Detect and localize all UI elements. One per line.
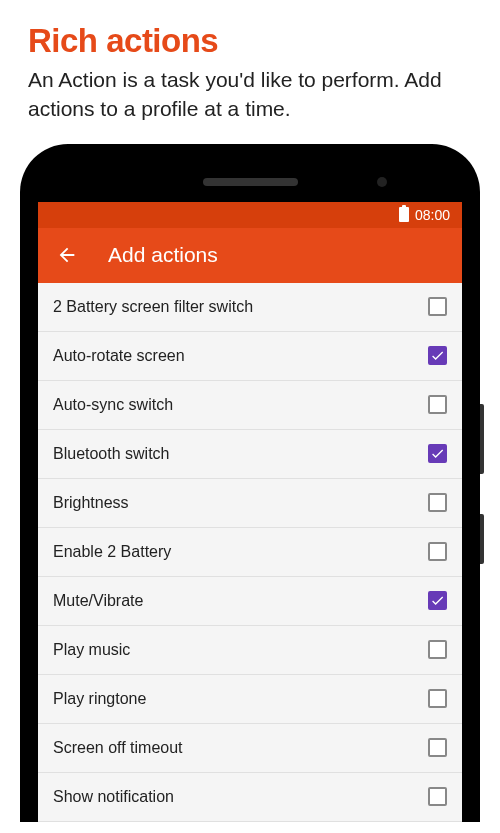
checkmark-icon <box>430 348 445 363</box>
list-item[interactable]: Screen off timeout <box>38 724 462 773</box>
battery-icon <box>399 207 409 222</box>
list-item-label: Play ringtone <box>53 690 146 708</box>
phone-frame: 08:00 Add actions 2 Battery screen filte… <box>20 144 480 822</box>
app-bar-title: Add actions <box>108 243 218 267</box>
app-bar: Add actions <box>38 228 462 283</box>
list-item-label: Enable 2 Battery <box>53 543 171 561</box>
list-item[interactable]: Enable 2 Battery <box>38 528 462 577</box>
phone-camera <box>377 177 387 187</box>
list-item-label: 2 Battery screen filter switch <box>53 298 253 316</box>
list-item[interactable]: Show notification <box>38 773 462 822</box>
checkmark-icon <box>430 593 445 608</box>
list-item-label: Brightness <box>53 494 129 512</box>
back-arrow-icon <box>56 244 78 266</box>
checkbox[interactable] <box>428 689 447 708</box>
checkbox[interactable] <box>428 542 447 561</box>
phone-speaker <box>203 178 298 186</box>
back-button[interactable] <box>56 244 78 266</box>
page-header: Rich actions An Action is a task you'd l… <box>0 0 500 134</box>
list-item-label: Auto-sync switch <box>53 396 173 414</box>
checkbox[interactable] <box>428 444 447 463</box>
checkbox[interactable] <box>428 297 447 316</box>
checkbox[interactable] <box>428 395 447 414</box>
checkmark-icon <box>430 446 445 461</box>
checkbox[interactable] <box>428 591 447 610</box>
list-item[interactable]: 2 Battery screen filter switch <box>38 283 462 332</box>
phone-side-button <box>480 404 484 474</box>
checkbox[interactable] <box>428 738 447 757</box>
page-title: Rich actions <box>28 22 472 60</box>
list-item[interactable]: Brightness <box>38 479 462 528</box>
checkbox[interactable] <box>428 346 447 365</box>
list-item-label: Show notification <box>53 788 174 806</box>
phone-top <box>38 162 462 202</box>
phone-screen: 08:00 Add actions 2 Battery screen filte… <box>38 202 462 822</box>
checkbox[interactable] <box>428 493 447 512</box>
list-item-label: Mute/Vibrate <box>53 592 143 610</box>
list-item-label: Screen off timeout <box>53 739 183 757</box>
list-item[interactable]: Bluetooth switch <box>38 430 462 479</box>
list-item[interactable]: Play ringtone <box>38 675 462 724</box>
list-item[interactable]: Mute/Vibrate <box>38 577 462 626</box>
list-item[interactable]: Auto-sync switch <box>38 381 462 430</box>
phone-side-button <box>480 514 484 564</box>
list-item[interactable]: Play music <box>38 626 462 675</box>
checkbox[interactable] <box>428 640 447 659</box>
checkbox[interactable] <box>428 787 447 806</box>
list-item[interactable]: Auto-rotate screen <box>38 332 462 381</box>
list-item-label: Auto-rotate screen <box>53 347 185 365</box>
status-time: 08:00 <box>415 207 450 223</box>
status-bar: 08:00 <box>38 202 462 228</box>
page-subtitle: An Action is a task you'd like to perfor… <box>28 66 472 124</box>
action-list: 2 Battery screen filter switchAuto-rotat… <box>38 283 462 822</box>
list-item-label: Bluetooth switch <box>53 445 170 463</box>
list-item-label: Play music <box>53 641 130 659</box>
